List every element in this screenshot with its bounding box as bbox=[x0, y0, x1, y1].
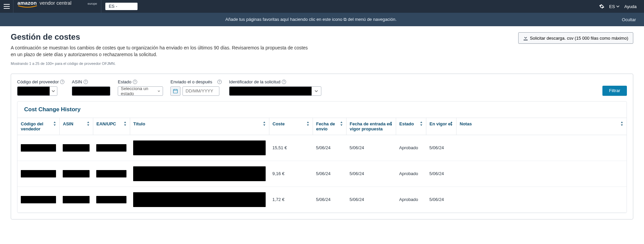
redacted-value bbox=[133, 166, 266, 181]
cell-cost: 15,51 € bbox=[269, 135, 313, 161]
redacted-value bbox=[96, 144, 126, 152]
cell-submitted: 5/06/24 bbox=[313, 187, 346, 212]
svg-rect-0 bbox=[173, 89, 177, 93]
cell-notes bbox=[456, 135, 627, 161]
redacted-value bbox=[63, 196, 90, 203]
sort-icon[interactable] bbox=[123, 121, 127, 126]
chevron-down-icon bbox=[52, 89, 55, 93]
cell-notes bbox=[456, 187, 627, 212]
redacted-value bbox=[63, 144, 90, 152]
vendor-code-label: Código del proveedor bbox=[17, 79, 59, 84]
th-state[interactable]: Estado bbox=[396, 118, 426, 135]
table-row[interactable]: 9,16 €5/06/245/06/24Aprobado5/06/24 bbox=[17, 161, 627, 187]
table-row[interactable]: 15,51 €5/06/245/06/24Aprobado5/06/24 bbox=[17, 135, 627, 161]
gear-icon[interactable] bbox=[599, 4, 604, 9]
chevron-down-icon bbox=[158, 89, 160, 93]
locale-code: ES bbox=[609, 4, 615, 9]
favorites-message: Añade tus páginas favoritas aquí haciend… bbox=[0, 17, 622, 22]
cell-effective: 5/06/24 bbox=[426, 135, 456, 161]
filter-button[interactable]: Filtrar bbox=[602, 86, 627, 96]
sort-icon[interactable] bbox=[620, 121, 624, 126]
redacted-value bbox=[63, 170, 90, 177]
info-icon[interactable]: ? bbox=[84, 80, 88, 84]
cell-state: Aprobado bbox=[396, 187, 426, 212]
menu-button[interactable] bbox=[0, 0, 13, 13]
marketplace-selector[interactable]: ES - bbox=[105, 3, 137, 10]
request-id-label: Identificador de la solicitud bbox=[229, 79, 280, 84]
th-title[interactable]: Título bbox=[130, 118, 269, 135]
cost-history-panel: Cost Change History Código del vendedor … bbox=[17, 101, 627, 213]
info-icon[interactable]: ? bbox=[282, 80, 286, 84]
favorites-bar: Añade tus páginas favoritas aquí haciend… bbox=[0, 13, 644, 26]
info-icon[interactable]: ? bbox=[60, 80, 64, 84]
cell-effective-proposed: 5/06/24 bbox=[346, 187, 396, 212]
redacted-value bbox=[96, 196, 126, 203]
state-label: Estado bbox=[118, 79, 131, 84]
cell-effective-proposed: 5/06/24 bbox=[346, 161, 396, 187]
th-asin[interactable]: ASIN bbox=[59, 118, 93, 135]
state-placeholder: Selecciona un estado bbox=[121, 86, 151, 96]
cell-effective: 5/06/24 bbox=[426, 161, 456, 187]
redacted-value bbox=[133, 140, 266, 155]
sort-icon[interactable] bbox=[419, 121, 423, 126]
sort-icon[interactable] bbox=[339, 121, 343, 126]
state-select[interactable]: Selecciona un estado bbox=[118, 86, 163, 96]
calendar-button[interactable] bbox=[170, 86, 180, 96]
cell-effective-proposed: 5/06/24 bbox=[346, 135, 396, 161]
page-title: Gestión de costes bbox=[11, 32, 518, 42]
state-field: Estado? Selecciona un estado bbox=[118, 79, 163, 96]
th-cost[interactable]: Coste bbox=[269, 118, 313, 135]
download-icon bbox=[523, 36, 528, 40]
sort-icon[interactable] bbox=[306, 121, 310, 126]
th-ean[interactable]: EAN/UPC bbox=[93, 118, 130, 135]
top-navbar: amazon vendor central europe ES - ES Ayu… bbox=[0, 0, 644, 13]
cell-effective: 5/06/24 bbox=[426, 187, 456, 212]
asin-label: ASIN bbox=[72, 79, 82, 84]
sort-icon[interactable] bbox=[262, 121, 266, 126]
sort-icon[interactable] bbox=[449, 121, 453, 126]
cost-history-table: Código del vendedor ASIN EAN/UPC Título … bbox=[17, 118, 627, 213]
download-csv-label: Solicitar descarga. csv (15 000 filas co… bbox=[530, 36, 628, 41]
filter-panel: Código del proveedor? ASIN? Estado? Sele… bbox=[11, 74, 633, 219]
brand-block[interactable]: amazon vendor central europe bbox=[13, 0, 101, 13]
cell-state: Aprobado bbox=[396, 161, 426, 187]
submitted-date-input[interactable] bbox=[182, 86, 219, 96]
th-vendor[interactable]: Código del vendedor bbox=[17, 118, 59, 135]
download-csv-button[interactable]: Solicitar descarga. csv (15 000 filas co… bbox=[518, 32, 633, 44]
brand-vendor-central: vendor central bbox=[40, 0, 71, 6]
vendor-code-select[interactable] bbox=[17, 86, 57, 96]
brand-amazon: amazon bbox=[17, 0, 37, 6]
request-id-select[interactable] bbox=[229, 86, 321, 96]
redacted-value bbox=[133, 192, 266, 207]
cell-notes bbox=[456, 161, 627, 187]
submitted-date-label: Enviado el o después bbox=[170, 79, 212, 84]
redacted-value bbox=[229, 87, 312, 95]
table-row[interactable]: 1,72 €5/06/245/06/24Aprobado5/06/24 bbox=[17, 187, 627, 212]
sort-icon[interactable] bbox=[53, 121, 57, 126]
redacted-value bbox=[96, 170, 126, 177]
sort-icon[interactable] bbox=[389, 121, 393, 126]
request-id-field: Identificador de la solicitud? bbox=[229, 79, 321, 96]
cell-submitted: 5/06/24 bbox=[313, 135, 346, 161]
cell-state: Aprobado bbox=[396, 135, 426, 161]
th-effective-proposed[interactable]: Fecha de entrada en vigor propuesta bbox=[346, 118, 396, 135]
cell-cost: 1,72 € bbox=[269, 187, 313, 212]
hamburger-icon bbox=[4, 4, 10, 9]
cell-submitted: 5/06/24 bbox=[313, 161, 346, 187]
locale-selector[interactable]: ES bbox=[609, 4, 620, 9]
th-submitted[interactable]: Fecha de envío bbox=[313, 118, 346, 135]
asin-input[interactable] bbox=[72, 86, 110, 96]
th-notes[interactable]: Notas bbox=[456, 118, 627, 135]
vendor-code-field: Código del proveedor? bbox=[17, 79, 64, 96]
brand-region: europe bbox=[88, 2, 97, 5]
info-icon[interactable]: ? bbox=[133, 80, 137, 84]
th-effective[interactable]: En vigor el bbox=[426, 118, 456, 135]
redacted-value bbox=[21, 144, 56, 152]
favorites-hide-button[interactable]: Ocultar bbox=[622, 17, 644, 22]
redacted-value bbox=[21, 196, 56, 203]
sort-icon[interactable] bbox=[86, 121, 90, 126]
submitted-date-field: Enviado el o después ? bbox=[170, 79, 222, 96]
redacted-value bbox=[21, 170, 56, 177]
help-link[interactable]: Ayuda bbox=[624, 4, 637, 9]
info-icon[interactable]: ? bbox=[217, 80, 222, 84]
